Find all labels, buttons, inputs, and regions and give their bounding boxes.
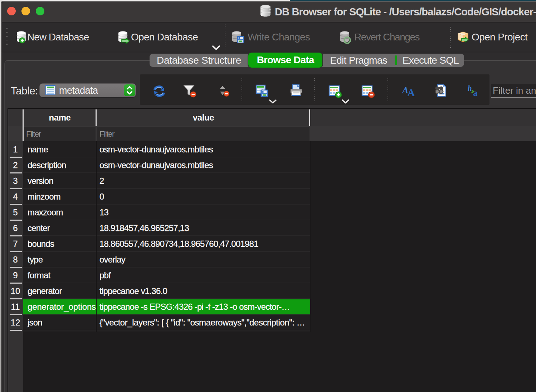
svg-text:h: h — [468, 84, 472, 93]
svg-text:a: a — [473, 88, 478, 98]
svg-text:A: A — [407, 87, 415, 98]
